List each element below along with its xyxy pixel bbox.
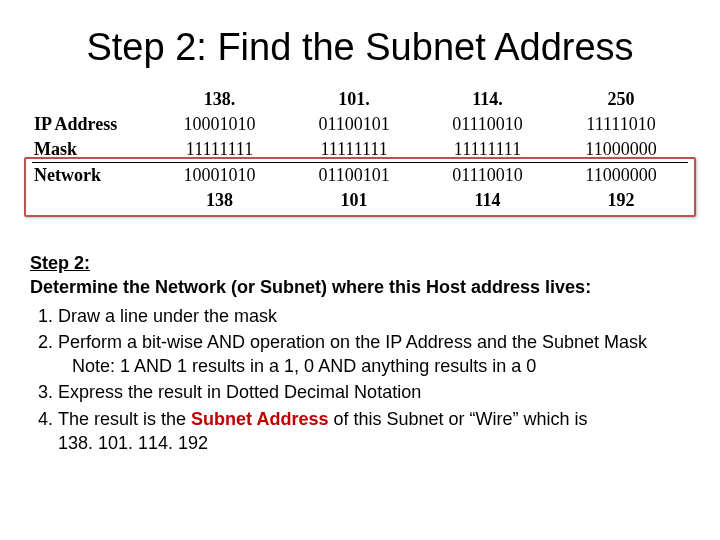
net-bin-3: 11000000 — [554, 163, 688, 189]
steps-list: Draw a line under the mask Perform a bit… — [30, 304, 690, 456]
step-2: Perform a bit-wise AND operation on the … — [58, 330, 690, 379]
net-bin-0: 10001010 — [152, 163, 287, 189]
slide-title: Step 2: Find the Subnet Address — [30, 26, 690, 69]
slide: Step 2: Find the Subnet Address 138. 101… — [0, 0, 720, 540]
step-4-b: of this Subnet or “Wire” which is — [328, 409, 587, 429]
ip-bin-2: 01110010 — [421, 112, 554, 137]
subnet-table: 138. 101. 114. 250 IP Address 10001010 0… — [32, 87, 688, 213]
step-label: Step 2: — [30, 251, 690, 275]
dec-top-0: 138. — [152, 87, 287, 112]
dec-top-1: 101. — [287, 87, 421, 112]
mask-bin-1: 11111111 — [287, 137, 421, 163]
mask-bin-0: 11111111 — [152, 137, 287, 163]
mask-bin-3: 11000000 — [554, 137, 688, 163]
body-text: Step 2: Determine the Network (or Subnet… — [30, 251, 690, 455]
label-mask: Mask — [32, 137, 152, 163]
row-ip-bin: IP Address 10001010 01100101 01110010 11… — [32, 112, 688, 137]
mask-bin-2: 11111111 — [421, 137, 554, 163]
row-network-bin: Network 10001010 01100101 01110010 11000… — [32, 163, 688, 189]
dec-bot-0: 138 — [152, 188, 287, 213]
subnet-table-wrap: 138. 101. 114. 250 IP Address 10001010 0… — [30, 83, 690, 215]
step-4-emph: Subnet Address — [191, 409, 328, 429]
ip-bin-1: 01100101 — [287, 112, 421, 137]
ip-bin-3: 11111010 — [554, 112, 688, 137]
net-bin-1: 01100101 — [287, 163, 421, 189]
net-bin-2: 01110010 — [421, 163, 554, 189]
step-2-note: Note: 1 AND 1 results in a 1, 0 AND anyt… — [72, 354, 690, 378]
step-1: Draw a line under the mask — [58, 304, 690, 328]
step-4-a: The result is the — [58, 409, 191, 429]
dec-bot-2: 114 — [421, 188, 554, 213]
dec-bot-3: 192 — [554, 188, 688, 213]
label-network: Network — [32, 163, 152, 189]
row-decimal-bottom: 138 101 114 192 — [32, 188, 688, 213]
cell-empty — [32, 87, 152, 112]
cell-empty-2 — [32, 188, 152, 213]
dec-top-2: 114. — [421, 87, 554, 112]
step-3: Express the result in Dotted Decimal Not… — [58, 380, 690, 404]
dec-top-3: 250 — [554, 87, 688, 112]
body-subhead: Determine the Network (or Subnet) where … — [30, 275, 690, 299]
row-mask-bin: Mask 11111111 11111111 11111111 11000000 — [32, 137, 688, 163]
row-decimal-top: 138. 101. 114. 250 — [32, 87, 688, 112]
step-2-text: Perform a bit-wise AND operation on the … — [58, 332, 647, 352]
dec-bot-1: 101 — [287, 188, 421, 213]
step-4: The result is the Subnet Address of this… — [58, 407, 690, 456]
ip-bin-0: 10001010 — [152, 112, 287, 137]
step-4-result: 138. 101. 114. 192 — [58, 431, 690, 455]
label-ip: IP Address — [32, 112, 152, 137]
